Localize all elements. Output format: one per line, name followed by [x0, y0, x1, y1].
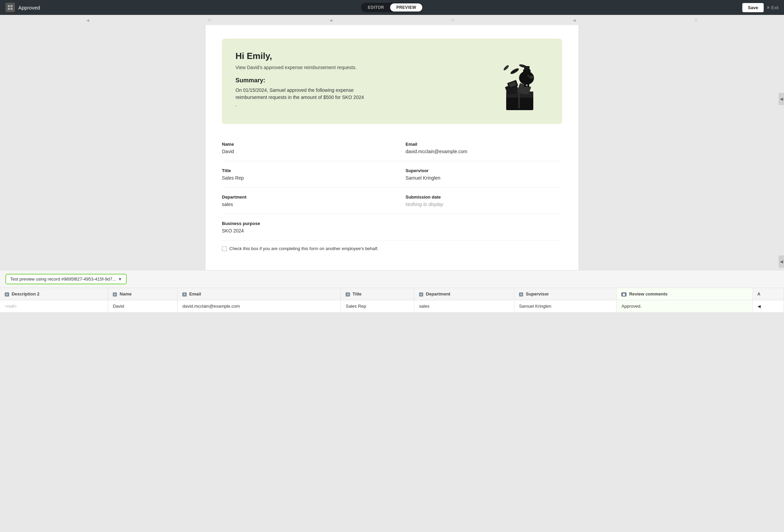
hero-illustration [488, 51, 549, 112]
data-table: A Description 2 A Name A Email A [0, 288, 784, 312]
hero-subtext: View David's approved expense reimbursem… [235, 65, 481, 70]
sidebar-toggle-bottom[interactable]: ◀ [779, 255, 784, 268]
col-title-label: Title [353, 291, 362, 296]
ruler-mark: ○ [451, 17, 454, 23]
cell-title: Sales Rep [341, 300, 414, 312]
field-email: Email david.mcclain@example.com [392, 135, 562, 161]
record-selector-label: Test preview using record #9895f827-4953… [10, 277, 116, 282]
field-email-label: Email [406, 142, 562, 147]
editor-mode-button[interactable]: EDITOR [362, 3, 390, 12]
cell-review-comments: Approved. [617, 300, 752, 312]
cell-description2: <null> [0, 300, 108, 312]
topbar-right: Save ✕ Exit [742, 3, 779, 12]
svg-rect-11 [524, 83, 526, 87]
dropdown-arrow-icon: ▼ [118, 277, 122, 282]
field-department-value: sales [222, 202, 378, 207]
col-name[interactable]: A Name [108, 288, 178, 300]
bottom-bar: Test preview using record #9895f827-4953… [0, 270, 784, 288]
canvas-area: ◀ ◀ Hi Emily, View David's approved expe… [0, 25, 784, 532]
data-table-container: A Description 2 A Name A Email A [0, 288, 784, 312]
col-supervisor-label: Supervisor [526, 291, 549, 296]
app-logo [5, 3, 15, 12]
col-email[interactable]: A Email [178, 288, 341, 300]
sidebar-toggle-top[interactable]: ◀ [779, 93, 784, 105]
col-description2[interactable]: A Description 2 [0, 288, 108, 300]
business-purpose-section: Business purpose SKO 2024 [222, 214, 562, 241]
hero-summary-body: On 01/15/2024, Samuel approved the follo… [235, 87, 364, 108]
svg-rect-0 [8, 5, 10, 7]
record-selector[interactable]: Test preview using record #9895f827-4953… [5, 274, 127, 284]
checkbox-label: Check this box if you are completing thi… [229, 246, 378, 251]
mode-switcher: EDITOR PREVIEW [361, 3, 423, 12]
col-name-label: Name [120, 291, 131, 296]
topbar-left: Approved [5, 3, 40, 12]
cell-email: david.mcclain@example.com [178, 300, 341, 312]
svg-point-9 [529, 76, 533, 79]
col-department-label: Department [426, 291, 450, 296]
topbar: Approved EDITOR PREVIEW Save ✕ Exit [0, 0, 784, 15]
document: Hi Emily, View David's approved expense … [206, 25, 578, 270]
field-name-value: David [222, 149, 378, 154]
col-icon-department: A [419, 292, 424, 296]
col-icon-supervisor: A [519, 292, 523, 296]
preview-mode-button[interactable]: PREVIEW [390, 3, 422, 12]
field-submission-date: Submission date Nothing to display [392, 188, 562, 214]
field-name-label: Name [222, 142, 378, 147]
ruler-mark: ◂ [86, 17, 89, 23]
hero-banner: Hi Emily, View David's approved expense … [222, 39, 562, 124]
col-email-label: Email [189, 291, 201, 296]
checkbox-input[interactable] [222, 246, 227, 251]
field-supervisor: Supervisor Samuel Kringlen [392, 161, 562, 188]
svg-point-10 [528, 75, 529, 77]
table-header-row: A Description 2 A Name A Email A [0, 288, 784, 300]
col-icon-name: A [113, 292, 117, 296]
svg-rect-12 [528, 83, 529, 87]
svg-rect-2 [8, 8, 10, 10]
cell-department: sales [414, 300, 514, 312]
col-icon-email: A [182, 292, 187, 296]
save-button[interactable]: Save [742, 3, 763, 12]
ruler: ◂ ○ ◂ ○ ◂ ○ [0, 15, 784, 25]
col-extra: A [752, 288, 784, 300]
business-purpose-label: Business purpose [222, 221, 562, 226]
field-title-label: Title [222, 168, 378, 173]
exit-button[interactable]: ✕ Exit [766, 5, 779, 10]
field-submission-date-label: Submission date [406, 195, 562, 200]
col-icon-description2: A [5, 292, 9, 296]
field-supervisor-label: Supervisor [406, 168, 562, 173]
cell-extra: ◀ [752, 300, 784, 312]
col-description2-label: Description 2 [12, 291, 39, 296]
field-supervisor-value: Samuel Kringlen [406, 175, 562, 181]
page-title: Approved [18, 5, 40, 11]
cell-name: David [108, 300, 178, 312]
hero-greeting: Hi Emily, [235, 51, 481, 61]
table-row: <null> David david.mcclain@example.com S… [0, 300, 784, 312]
col-review-comments[interactable]: ▦ Review comments [617, 288, 752, 300]
col-icon-review: ▦ [621, 292, 626, 296]
svg-rect-1 [11, 5, 13, 7]
fields-grid: Name David Email david.mcclain@example.c… [222, 135, 562, 214]
svg-rect-21 [518, 91, 520, 108]
hero-text: Hi Emily, View David's approved expense … [235, 51, 481, 108]
ruler-mark: ◂ [573, 17, 576, 23]
field-department-label: Department [222, 195, 378, 200]
svg-rect-17 [524, 66, 530, 70]
ruler-mark: ○ [694, 17, 698, 23]
field-submission-date-value: Nothing to display [406, 202, 562, 207]
col-supervisor[interactable]: A Supervisor [514, 288, 616, 300]
field-title-value: Sales Rep [222, 175, 378, 181]
col-department[interactable]: A Department [414, 288, 514, 300]
ruler-mark: ○ [208, 17, 211, 23]
svg-rect-3 [11, 8, 13, 10]
business-purpose-value: SKO 2024 [222, 228, 562, 233]
hero-summary-title: Summary: [235, 77, 481, 84]
field-email-value: david.mcclain@example.com [406, 149, 562, 154]
main-area: ◀ ◀ Hi Emily, View David's approved expe… [0, 25, 784, 532]
col-title[interactable]: A Title [341, 288, 414, 300]
cell-supervisor: Samuel Kringlen [514, 300, 616, 312]
field-title: Title Sales Rep [222, 161, 392, 188]
col-icon-title: A [346, 292, 350, 296]
ruler-mark: ◂ [330, 17, 332, 23]
col-review-comments-label: Review comments [629, 291, 667, 296]
checkbox-row: Check this box if you are completing thi… [222, 241, 562, 257]
